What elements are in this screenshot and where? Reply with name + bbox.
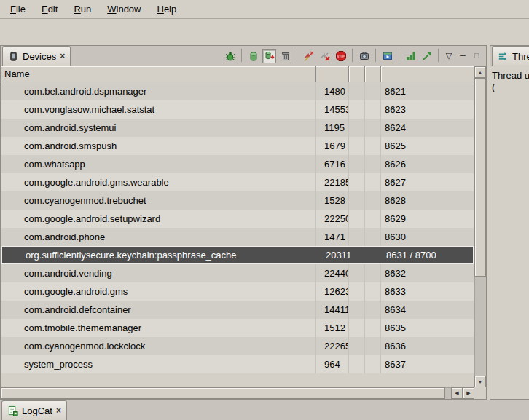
tab-devices-close-icon[interactable]: × <box>60 52 65 60</box>
threads-icon <box>303 50 315 62</box>
method-profiling-button[interactable] <box>404 49 418 63</box>
cell-b <box>365 264 381 282</box>
cell-port: 8631 / 8700 <box>383 247 473 263</box>
table-header: Name <box>1 66 474 82</box>
cell-a <box>349 282 365 301</box>
menu-edit[interactable]: Edit <box>34 1 65 17</box>
tab-threads[interactable]: Threads <box>492 46 529 66</box>
table-row[interactable]: com.cyanogenmod.lockclock222658636 <box>1 337 474 355</box>
cell-port: 8627 <box>381 173 474 191</box>
tab-threads-label: Threads <box>512 51 529 62</box>
menu-file[interactable]: File <box>3 1 33 17</box>
cause-gc-button[interactable] <box>278 49 292 63</box>
column-header-name[interactable]: Name <box>1 66 316 82</box>
cell-b <box>365 228 381 246</box>
toolbar-area <box>0 19 529 44</box>
table-row[interactable]: com.android.vending224408632 <box>1 264 474 282</box>
scroll-right-icon[interactable]: ▶ <box>463 387 474 399</box>
scroll-down-icon[interactable]: ▼ <box>474 376 486 387</box>
cell-b <box>367 247 383 263</box>
scroll-up-icon[interactable]: ▲ <box>474 66 486 78</box>
heap-dump-icon <box>264 50 275 62</box>
column-header[interactable] <box>365 66 381 82</box>
tab-logcat[interactable]: LogCat × <box>1 400 67 420</box>
cell-name: com.android.defcontainer <box>1 301 316 319</box>
cell-pid: 1679 <box>316 137 349 155</box>
cell-pid: 1480 <box>316 82 349 100</box>
horizontal-scrollbar[interactable]: ◀ ▶ <box>1 387 474 399</box>
table-row[interactable]: org.sufficientlysecure.keychain:passphra… <box>1 246 474 264</box>
table-row[interactable]: com.android.phone14718630 <box>1 228 474 246</box>
update-threads-button[interactable] <box>302 49 316 63</box>
dump-hprof-button[interactable] <box>262 49 276 63</box>
table-row[interactable]: com.android.systemui11958624 <box>1 119 474 137</box>
cell-b <box>365 155 381 173</box>
horizontal-scroll-thumb[interactable] <box>1 387 445 399</box>
cell-b <box>365 301 381 319</box>
menubar: File Edit Run Window Help <box>0 0 529 19</box>
scroll-left-icon[interactable]: ◀ <box>451 387 463 399</box>
table-row[interactable]: system_process9648637 <box>1 355 474 373</box>
table-row[interactable]: com.cyanogenmod.trebuchet15288628 <box>1 191 474 210</box>
cell-pid: 12623 <box>316 282 349 301</box>
cell-b <box>365 282 381 301</box>
table-row[interactable]: com.tmobile.thememanager15128635 <box>1 319 474 337</box>
cell-name: com.bel.android.dspmanager <box>1 82 316 100</box>
stop-threads-button[interactable] <box>318 49 332 63</box>
cell-name: com.android.smspush <box>1 137 316 155</box>
cell-name: com.whatsapp <box>1 155 316 173</box>
table-row[interactable]: com.vonglasow.michael.satstat145538623 <box>1 100 474 119</box>
vertical-scrollbar[interactable]: ▲ ▼ <box>474 66 486 387</box>
column-header[interactable] <box>349 66 365 82</box>
cell-pid: 14553 <box>316 100 349 119</box>
screen-capture-button[interactable] <box>357 49 371 63</box>
cell-a <box>349 319 365 337</box>
cell-port: 8632 <box>381 264 474 282</box>
cell-pid: 20311 <box>317 247 350 263</box>
threads-view: Threads Thread up ( <box>490 45 529 400</box>
table-row[interactable]: com.google.android.setupwizard222508629 <box>1 210 474 228</box>
cell-pid: 1195 <box>316 119 349 137</box>
table-row[interactable]: com.google.android.gms.wearable221858627 <box>1 173 474 191</box>
cell-b <box>365 210 381 228</box>
view-menu-icon[interactable]: ▽ <box>443 51 455 62</box>
debug-process-button[interactable] <box>223 49 237 63</box>
column-header-pid[interactable] <box>316 66 349 82</box>
heap-icon <box>248 50 259 62</box>
update-heap-button[interactable] <box>246 49 260 63</box>
minimize-icon[interactable]: ─ <box>457 51 469 61</box>
cell-pid: 14411 <box>316 301 349 319</box>
threads-message-line1: Thread up <box>492 70 528 82</box>
cell-name: com.tmobile.thememanager <box>1 319 316 337</box>
menu-run[interactable]: Run <box>66 1 98 17</box>
maximize-icon[interactable]: □ <box>471 51 482 61</box>
tab-logcat-close-icon[interactable]: × <box>56 406 61 415</box>
cell-b <box>365 119 381 137</box>
table-row[interactable]: com.android.smspush16798625 <box>1 137 474 155</box>
start-tracing-button[interactable] <box>420 49 434 63</box>
stop-process-button[interactable]: STOP <box>334 49 348 63</box>
cell-b <box>365 191 381 210</box>
cell-a <box>349 355 365 373</box>
cell-a <box>349 100 365 119</box>
tab-devices[interactable]: Devices × <box>2 46 71 66</box>
menu-window[interactable]: Window <box>100 1 148 17</box>
table-row[interactable]: com.android.defcontainer144118634 <box>1 301 474 319</box>
table-row[interactable]: com.whatsapp67168626 <box>1 155 474 173</box>
cell-pid: 22440 <box>316 264 349 282</box>
cell-port: 8625 <box>381 137 474 155</box>
cell-a <box>349 264 365 282</box>
table-row[interactable]: com.google.android.gms126238633 <box>1 282 474 301</box>
tab-logcat-label: LogCat <box>22 405 52 416</box>
vertical-scroll-thumb[interactable] <box>474 78 486 277</box>
camera-icon <box>358 50 370 62</box>
menu-help[interactable]: Help <box>149 1 184 17</box>
table-row[interactable]: com.bel.android.dspmanager14808621 <box>1 82 474 100</box>
toolbar-separator <box>241 49 242 62</box>
cell-name: com.vonglasow.michael.satstat <box>1 100 316 119</box>
column-header-port[interactable] <box>381 66 474 82</box>
profiling-bars-icon <box>405 50 417 62</box>
cell-port: 8634 <box>381 301 474 319</box>
capture-video-button[interactable] <box>380 49 394 63</box>
cell-b <box>365 319 381 337</box>
